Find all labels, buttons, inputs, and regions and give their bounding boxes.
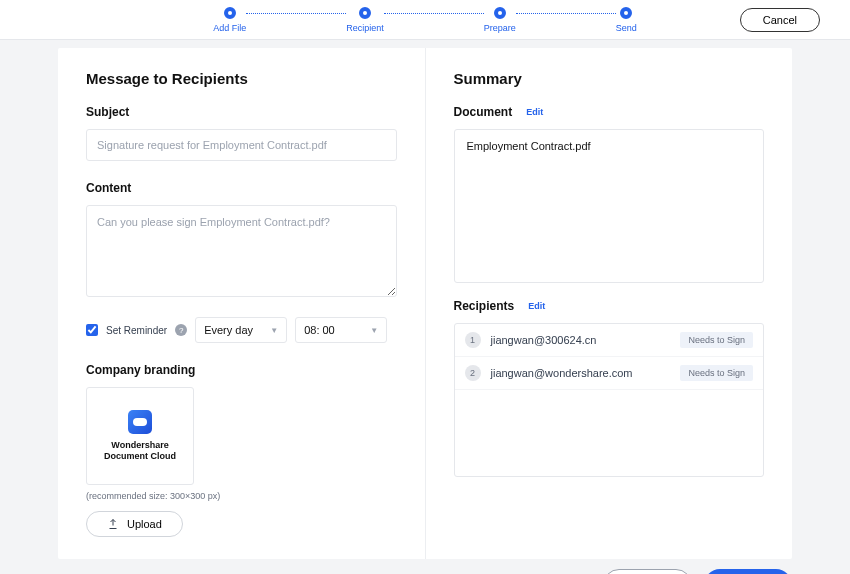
reminder-label: Set Reminder: [106, 325, 167, 336]
content-label: Content: [86, 181, 397, 195]
step-circle-icon: [359, 7, 371, 19]
subject-label: Subject: [86, 105, 397, 119]
content-textarea[interactable]: [86, 205, 397, 297]
message-title: Message to Recipients: [86, 70, 397, 87]
branding-label: Company branding: [86, 363, 397, 377]
recipient-row: 2 jiangwan@wondershare.com Needs to Sign: [455, 357, 764, 390]
frequency-value: Every day: [204, 324, 253, 336]
step-recipient[interactable]: Recipient: [346, 7, 384, 33]
top-bar: Add File Recipient Prepare Send Cancel: [0, 0, 850, 40]
summary-title: Summary: [454, 70, 765, 87]
recipient-email: jiangwan@300624.cn: [491, 334, 671, 346]
branding-preview: WondershareDocument Cloud: [86, 387, 194, 485]
document-label: Document: [454, 105, 513, 119]
recipients-box: 1 jiangwan@300624.cn Needs to Sign 2 jia…: [454, 323, 765, 477]
recipient-row: 1 jiangwan@300624.cn Needs to Sign: [455, 324, 764, 357]
footer-actions: Back Send: [58, 569, 792, 574]
chevron-down-icon: ▼: [270, 326, 278, 335]
reminder-checkbox[interactable]: [86, 324, 98, 336]
main-card: Message to Recipients Subject Content Se…: [58, 48, 792, 559]
subject-input[interactable]: [86, 129, 397, 161]
step-prepare[interactable]: Prepare: [484, 7, 516, 33]
edit-document-link[interactable]: Edit: [526, 107, 543, 117]
step-connector: [516, 13, 616, 14]
cancel-button[interactable]: Cancel: [740, 8, 820, 32]
time-value: 08: 00: [304, 324, 335, 336]
step-circle-icon: [224, 7, 236, 19]
recipient-status-badge: Needs to Sign: [680, 332, 753, 348]
reminder-row: Set Reminder ? Every day ▼ 08: 00 ▼: [86, 317, 397, 343]
summary-panel: Summary Document Edit Employment Contrac…: [426, 48, 793, 559]
recommended-size-text: (recommended size: 300×300 px): [86, 491, 397, 501]
chevron-down-icon: ▼: [370, 326, 378, 335]
document-box: Employment Contract.pdf: [454, 129, 765, 283]
document-name: Employment Contract.pdf: [467, 140, 752, 152]
branding-name: WondershareDocument Cloud: [104, 440, 176, 462]
send-button[interactable]: Send: [704, 569, 792, 574]
message-panel: Message to Recipients Subject Content Se…: [58, 48, 426, 559]
time-select[interactable]: 08: 00 ▼: [295, 317, 387, 343]
frequency-select[interactable]: Every day ▼: [195, 317, 287, 343]
cloud-icon: [128, 410, 152, 434]
recipient-number-badge: 2: [465, 365, 481, 381]
upload-button[interactable]: Upload: [86, 511, 183, 537]
recipient-number-badge: 1: [465, 332, 481, 348]
step-connector: [246, 13, 346, 14]
edit-recipients-link[interactable]: Edit: [528, 301, 545, 311]
recipients-label: Recipients: [454, 299, 515, 313]
step-connector: [384, 13, 484, 14]
step-send[interactable]: Send: [616, 7, 637, 33]
back-button[interactable]: Back: [603, 569, 692, 574]
progress-stepper: Add File Recipient Prepare Send: [213, 7, 637, 33]
recipient-email: jiangwan@wondershare.com: [491, 367, 671, 379]
step-add-file[interactable]: Add File: [213, 7, 246, 33]
step-circle-icon: [620, 7, 632, 19]
recipient-status-badge: Needs to Sign: [680, 365, 753, 381]
step-circle-icon: [494, 7, 506, 19]
help-icon[interactable]: ?: [175, 324, 187, 336]
upload-button-label: Upload: [127, 518, 162, 530]
upload-icon: [107, 518, 119, 530]
